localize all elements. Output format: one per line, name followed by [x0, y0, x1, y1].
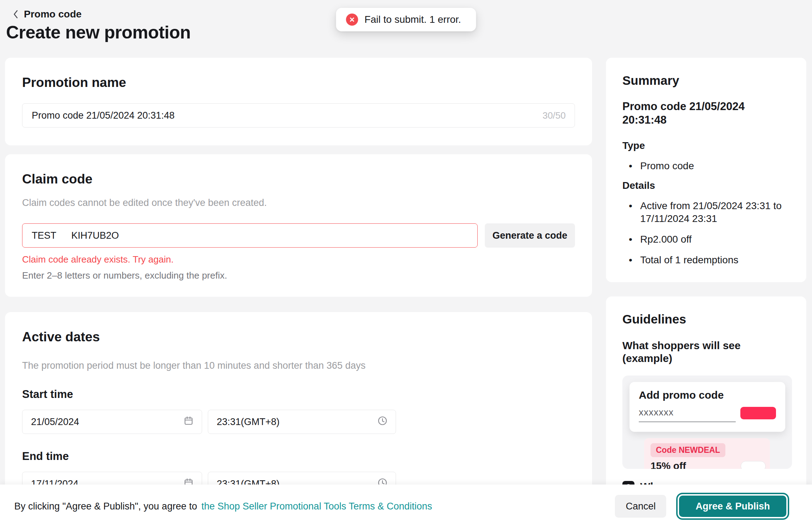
list-item: Promo code: [622, 160, 790, 172]
footer-action-bar: By clicking "Agree & Publish", you agree…: [0, 485, 812, 528]
active-dates-description: The promotion period must be longer than…: [22, 359, 575, 372]
summary-type-label: Type: [622, 140, 790, 152]
calendar-icon: [183, 415, 194, 429]
summary-details-label: Details: [622, 180, 790, 192]
example-code-input: xxxxxxx: [639, 407, 736, 422]
example-add-promo-card: Add promo code xxxxxxx: [629, 382, 785, 432]
promotion-name-title: Promotion name: [22, 75, 575, 90]
breadcrumb[interactable]: Promo code: [12, 9, 82, 20]
start-date-picker[interactable]: 21/05/2024: [22, 410, 202, 434]
claim-code-helper: Enter 2–8 letters or numbers, excluding …: [22, 270, 575, 281]
end-time-label: End time: [22, 450, 575, 463]
start-date-value: 21/05/2024: [31, 416, 79, 428]
list-item: Total of 1 redemptions: [622, 254, 790, 266]
claim-code-title: Claim code: [22, 171, 575, 187]
start-time-picker[interactable]: 23:31(GMT+8): [208, 410, 396, 434]
clock-icon: [377, 415, 388, 429]
summary-type-list: Promo code: [622, 160, 790, 172]
summary-promo-name: Promo code 21/05/2024 20:31:48: [622, 100, 790, 127]
example-discount: 15% off: [651, 460, 686, 469]
active-dates-title: Active dates: [22, 329, 575, 345]
example-apply-button: [740, 407, 776, 419]
create-promotion-page: Promo code Create new promotion ✕ Fail t…: [0, 0, 812, 528]
example-coupon: Code NEWDEAL 15% off: [644, 438, 770, 469]
claim-code-card: Claim code Claim codes cannot be edited …: [5, 154, 592, 297]
claim-code-value: KIH7UB2O: [71, 230, 119, 241]
cancel-button[interactable]: Cancel: [615, 495, 666, 518]
claim-code-prefix: TEST: [32, 230, 56, 241]
generate-code-button[interactable]: Generate a code: [485, 223, 575, 248]
form-column: Promotion name 30/50 Claim code Claim co…: [5, 58, 592, 512]
error-toast: ✕ Fail to submit. 1 error.: [336, 8, 476, 31]
error-circle-icon: ✕: [346, 14, 358, 26]
guidelines-subtitle: What shoppers will see (example): [622, 339, 792, 365]
promotion-name-card: Promotion name 30/50: [5, 58, 592, 145]
agreement-text: By clicking "Agree & Publish", you agree…: [14, 501, 197, 512]
back-chevron-icon: [12, 9, 20, 20]
claim-code-error: Claim code already exists. Try again.: [22, 254, 575, 265]
active-dates-card: Active dates The promotion period must b…: [5, 312, 592, 512]
sidebar: Summary Promo code 21/05/2024 20:31:48 T…: [606, 58, 806, 524]
agree-publish-button[interactable]: Agree & Publish: [679, 496, 786, 517]
example-claim-button: [741, 461, 766, 469]
example-code-badge: Code NEWDEAL: [651, 443, 725, 457]
summary-card: Summary Promo code 21/05/2024 20:31:48 T…: [606, 58, 806, 282]
page-title: Create new promotion: [6, 22, 191, 43]
agreement-text-row: By clicking "Agree & Publish", you agree…: [14, 501, 432, 512]
breadcrumb-label: Promo code: [24, 9, 82, 20]
list-item: Active from 21/05/2024 23:31 to 17/11/20…: [622, 200, 790, 225]
toast-message: Fail to submit. 1 error.: [365, 14, 461, 25]
summary-details-list: Active from 21/05/2024 23:31 to 17/11/20…: [622, 200, 790, 266]
example-add-promo-label: Add promo code: [639, 389, 776, 401]
claim-code-description: Claim codes cannot be edited once they'v…: [22, 196, 575, 209]
char-counter: 30/50: [543, 110, 566, 121]
claim-code-input[interactable]: TEST KIH7UB2O: [22, 223, 478, 248]
start-time-label: Start time: [22, 388, 575, 401]
list-item: Rp2.000 off: [622, 233, 790, 246]
terms-and-conditions-link[interactable]: the Shop Seller Promotional Tools Terms …: [201, 501, 432, 512]
promotion-name-input[interactable]: [22, 103, 575, 128]
shopper-example-illustration: Add promo code xxxxxxx Code NEWDEAL 15% …: [622, 376, 792, 469]
summary-title: Summary: [622, 73, 790, 88]
start-time-value: 23:31(GMT+8): [217, 416, 279, 428]
guidelines-title: Guidelines: [622, 312, 792, 326]
